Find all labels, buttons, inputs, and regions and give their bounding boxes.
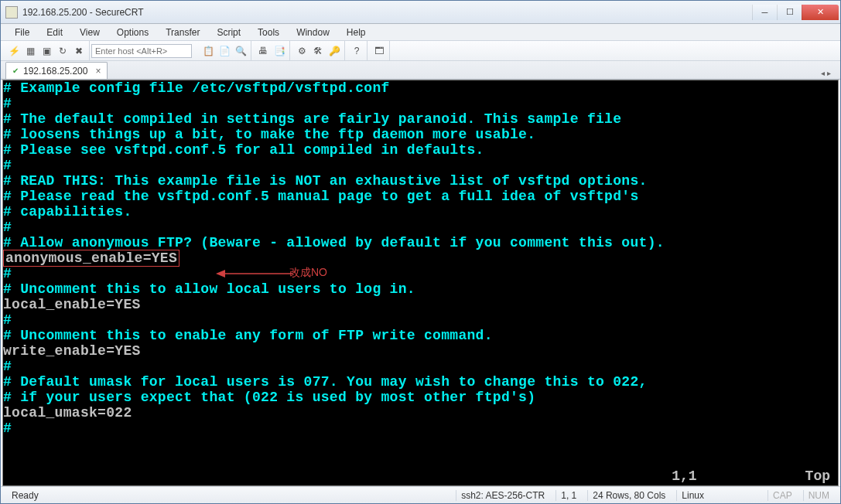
app-window: 192.168.25.200 - SecureCRT ─ ☐ ✕ File Ed… bbox=[0, 0, 841, 504]
vim-cursor-pos: 1,1 bbox=[672, 468, 696, 485]
connect-icon[interactable]: ▦ bbox=[23, 44, 37, 58]
options-icon[interactable]: ⚙ bbox=[295, 44, 309, 58]
tab-close-icon[interactable]: × bbox=[95, 66, 101, 77]
status-size: 24 Rows, 80 Cols bbox=[587, 490, 670, 501]
minimize-button[interactable]: ─ bbox=[752, 5, 777, 20]
vim-status-line: 1,1 Top bbox=[3, 468, 838, 485]
highlighted-line: anonymous_enable=YES bbox=[3, 250, 179, 267]
key-icon[interactable]: 🔑 bbox=[327, 44, 341, 58]
menu-window[interactable]: Window bbox=[289, 26, 337, 39]
reconnect-icon[interactable]: ↻ bbox=[56, 44, 70, 58]
host-input[interactable] bbox=[91, 44, 192, 58]
window-controls: ─ ☐ ✕ bbox=[752, 5, 839, 20]
tab-label: 192.168.25.200 bbox=[23, 66, 87, 77]
menu-edit[interactable]: Edit bbox=[39, 26, 70, 39]
session-tab[interactable]: ✔ 192.168.25.200 × bbox=[5, 62, 108, 79]
status-ready: Ready bbox=[7, 490, 450, 501]
menu-help[interactable]: Help bbox=[339, 26, 374, 39]
terminal-content: # Example config file /etc/vsftpd/vsftpd… bbox=[3, 80, 838, 436]
cancel-icon[interactable]: ✖ bbox=[72, 44, 86, 58]
menu-tools[interactable]: Tools bbox=[250, 26, 287, 39]
maximize-button[interactable]: ☐ bbox=[777, 5, 802, 20]
tools-icon[interactable]: 🛠 bbox=[311, 44, 325, 58]
menu-view[interactable]: View bbox=[72, 26, 108, 39]
title-bar[interactable]: 192.168.25.200 - SecureCRT ─ ☐ ✕ bbox=[1, 1, 840, 24]
status-cursor: 1, 1 bbox=[556, 490, 581, 501]
status-dot-icon: ✔ bbox=[12, 66, 19, 75]
app-icon bbox=[5, 6, 18, 19]
status-emulation: Linux bbox=[676, 490, 709, 501]
paste-icon[interactable]: 📄 bbox=[217, 44, 231, 58]
find-icon[interactable]: 🔍 bbox=[234, 44, 248, 58]
terminal[interactable]: # Example config file /etc/vsftpd/vsftpd… bbox=[2, 80, 839, 486]
status-cipher: ssh2: AES-256-CTR bbox=[456, 490, 549, 501]
log-icon[interactable]: 📑 bbox=[272, 44, 286, 58]
tab-strip: ✔ 192.168.25.200 × ◂ ▸ bbox=[1, 61, 840, 80]
window-title: 192.168.25.200 - SecureCRT bbox=[22, 7, 752, 18]
quick-connect-icon[interactable]: ⚡ bbox=[7, 44, 21, 58]
menu-options[interactable]: Options bbox=[109, 26, 156, 39]
copy-icon[interactable]: 📋 bbox=[201, 44, 215, 58]
menu-file[interactable]: File bbox=[7, 26, 37, 39]
help-icon[interactable]: ? bbox=[350, 44, 364, 58]
menu-transfer[interactable]: Transfer bbox=[158, 26, 207, 39]
close-button[interactable]: ✕ bbox=[802, 5, 839, 20]
menu-bar: File Edit View Options Transfer Script T… bbox=[1, 24, 840, 41]
vim-scroll-pos: Top bbox=[805, 468, 830, 485]
toolbar: ⚡ ▦ ▣ ↻ ✖ 📋 📄 🔍 🖶 📑 ⚙ 🛠 🔑 ? 🗔 bbox=[1, 41, 840, 61]
status-cap: CAP bbox=[767, 490, 797, 501]
print-icon[interactable]: 🖶 bbox=[256, 44, 270, 58]
menu-script[interactable]: Script bbox=[209, 26, 248, 39]
sessions-icon[interactable]: 🗔 bbox=[372, 44, 386, 58]
status-num: NUM bbox=[803, 490, 834, 501]
tab-menu-icon[interactable]: ◂ ▸ bbox=[819, 67, 832, 79]
status-bar: Ready ssh2: AES-256-CTR 1, 1 24 Rows, 80… bbox=[1, 486, 840, 503]
disconnect-icon[interactable]: ▣ bbox=[39, 44, 53, 58]
